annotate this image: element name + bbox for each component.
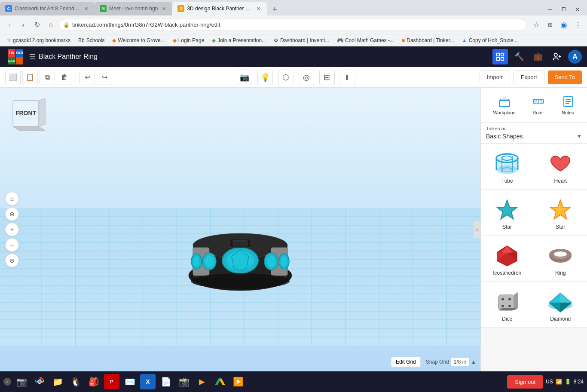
- tinkercad-logo[interactable]: TIN KER CAD: [5, 49, 26, 64]
- svg-text:FRONT: FRONT: [15, 110, 37, 116]
- classroom-icon[interactable]: 🎒: [86, 374, 101, 389]
- import-button[interactable]: Import: [480, 70, 510, 84]
- back-button[interactable]: ‹: [3, 19, 15, 31]
- svg-rect-56: [233, 240, 248, 246]
- drive-icon[interactable]: [212, 374, 228, 389]
- gmail-icon[interactable]: ✉️: [122, 374, 138, 389]
- snap-grid-up[interactable]: ▲: [471, 359, 476, 365]
- tab-close-tinkercad[interactable]: ✕: [255, 5, 262, 12]
- briefcase-button[interactable]: 💼: [530, 49, 546, 64]
- sign-out-button[interactable]: Sign out: [507, 375, 543, 389]
- grid-view-button[interactable]: [492, 49, 508, 64]
- ruler-tool[interactable]: Ruler: [526, 92, 550, 118]
- camera-button[interactable]: 📷: [237, 70, 252, 85]
- bookmark-label-holt: Copy of Holt_Stude...: [469, 37, 518, 43]
- align-button[interactable]: ⊟: [319, 70, 335, 85]
- bookmark-login[interactable]: ◆ Login Page: [169, 37, 208, 44]
- shape-diamond[interactable]: Diamond: [534, 282, 587, 328]
- collapse-panel-arrow[interactable]: ›: [474, 221, 480, 238]
- bookmark-join[interactable]: ◆ Join a Presentation...: [208, 37, 269, 44]
- tab-classwork[interactable]: C Classwork for Art 8 Period 1, M... ✕: [0, 2, 95, 15]
- forward-button[interactable]: ›: [17, 19, 29, 31]
- fit-view-button[interactable]: ⊕: [5, 207, 19, 221]
- light-button[interactable]: 💡: [257, 70, 273, 85]
- bookmark-dashboard-tinker[interactable]: ■ Dashboard | Tinker...: [398, 37, 458, 44]
- undo-button[interactable]: ↩: [79, 70, 95, 85]
- redo-button[interactable]: ↪: [97, 70, 112, 85]
- paste-button[interactable]: 📋: [22, 70, 38, 85]
- tab-label-meet: Meet - vvk-ohmh-hgn: [109, 6, 158, 12]
- star-yellow-image: [545, 196, 575, 222]
- shape-ring[interactable]: Ring: [534, 236, 587, 282]
- camera2-icon[interactable]: 📸: [176, 374, 192, 389]
- export-button[interactable]: Export: [514, 70, 544, 84]
- add-person-icon: [552, 52, 562, 61]
- shape-tube[interactable]: Tube: [481, 144, 534, 190]
- perspective-button[interactable]: ⊛: [5, 254, 19, 267]
- bookmark-holt[interactable]: ▲ Copy of Holt_Stude...: [459, 37, 521, 44]
- docs-icon[interactable]: 📄: [158, 374, 174, 389]
- bookmark-dashboard-inventi[interactable]: ⚙ Dashboard | Inventi...: [270, 37, 333, 44]
- linux-penguin-icon[interactable]: 🐧: [68, 374, 83, 389]
- account-icon[interactable]: ◉: [558, 19, 570, 31]
- toolbar-right: Import Export Send To: [480, 70, 582, 84]
- logo-cell-cad: CAD: [8, 57, 15, 65]
- dropdown-arrow-icon: ▼: [577, 133, 582, 139]
- minimize-button[interactable]: ─: [544, 3, 556, 15]
- new-shape-button[interactable]: ⬜: [5, 70, 21, 85]
- mirror-button[interactable]: ⫿: [340, 70, 355, 85]
- shape-heart[interactable]: Heart: [534, 144, 587, 190]
- shape-button[interactable]: ⬡: [278, 70, 294, 85]
- zoom-in-button[interactable]: +: [5, 223, 19, 236]
- shape-star-blue[interactable]: Star: [481, 190, 534, 236]
- shape-star-yellow[interactable]: Star: [534, 190, 587, 236]
- shape-icosahedron[interactable]: Icosahedron: [481, 236, 534, 282]
- menu-icon[interactable]: ⋮: [572, 19, 584, 31]
- play-store-icon[interactable]: ▶️: [230, 374, 246, 389]
- viewport[interactable]: FRONT ⌂ ⊕ +: [0, 88, 480, 371]
- bookmark-schools[interactable]: Bb Schools: [75, 37, 108, 44]
- bookmark-grove[interactable]: ◆ Welcome to Grove...: [109, 37, 168, 44]
- home-view-button[interactable]: ⌂: [5, 192, 19, 205]
- workplane-tool[interactable]: Workplane: [488, 92, 520, 118]
- chrome-icon[interactable]: [32, 374, 47, 389]
- star-bookmark-icon[interactable]: ☆: [530, 19, 542, 31]
- bookmark-label-grove: Welcome to Grove...: [118, 37, 165, 43]
- list-icon[interactable]: ☰: [29, 53, 35, 61]
- camera-app-icon[interactable]: 📷: [14, 374, 29, 389]
- user-avatar[interactable]: A: [568, 50, 582, 64]
- shape-dice[interactable]: Dice: [481, 282, 534, 328]
- files-icon[interactable]: 📁: [50, 374, 65, 389]
- tab-close-classwork[interactable]: ✕: [83, 5, 89, 12]
- hammer-button[interactable]: 🔨: [511, 49, 527, 64]
- bookmark-gcasdk[interactable]: ☆ gcasdk12.org bookmarks: [3, 37, 74, 44]
- tab-tinkercad[interactable]: 3 3D design Black Panther Ring | ✕: [172, 2, 267, 15]
- slides-icon[interactable]: ▶: [194, 374, 210, 389]
- view-cube[interactable]: FRONT: [9, 96, 47, 135]
- hole-button[interactable]: ◎: [299, 70, 314, 85]
- reload-button[interactable]: ↻: [31, 19, 43, 31]
- notes-tool[interactable]: Notes: [556, 92, 580, 118]
- zoom-out-button[interactable]: −: [5, 238, 19, 252]
- category-row[interactable]: Basic Shapes ▼: [486, 133, 582, 140]
- maximize-button[interactable]: ⧠: [558, 3, 570, 15]
- ring-model[interactable]: [180, 220, 300, 298]
- bookmark-coolmath[interactable]: 🎮 Cool Math Games -...: [333, 37, 397, 44]
- add-person-button[interactable]: [549, 49, 565, 64]
- new-tab-button[interactable]: +: [269, 3, 281, 15]
- home-button[interactable]: ⌂: [45, 19, 57, 31]
- extension-icon[interactable]: ⊞: [544, 19, 556, 31]
- pearson-icon[interactable]: P: [104, 374, 119, 389]
- tab-meet[interactable]: M Meet - vvk-ohmh-hgn ✕: [95, 2, 172, 15]
- x-edu-icon[interactable]: X: [140, 374, 156, 389]
- svg-point-57: [191, 273, 290, 289]
- drive-svg: [215, 377, 225, 386]
- close-button[interactable]: ✕: [572, 3, 584, 15]
- duplicate-button[interactable]: ⧉: [40, 70, 55, 85]
- toolbar: ⬜ 📋 ⧉ 🗑 ↩ ↪ 📷 💡 ⬡ ◎ ⊟ ⫿ Import Export Se…: [0, 67, 587, 88]
- delete-button[interactable]: 🗑: [57, 70, 72, 85]
- send-to-button[interactable]: Send To: [548, 70, 582, 84]
- address-bar[interactable]: 🔒 tinkercad.com/things/0mrG8n7rG2W-black…: [58, 19, 527, 31]
- edit-grid-button[interactable]: Edit Grid: [391, 357, 421, 367]
- tab-close-meet[interactable]: ✕: [160, 5, 167, 12]
